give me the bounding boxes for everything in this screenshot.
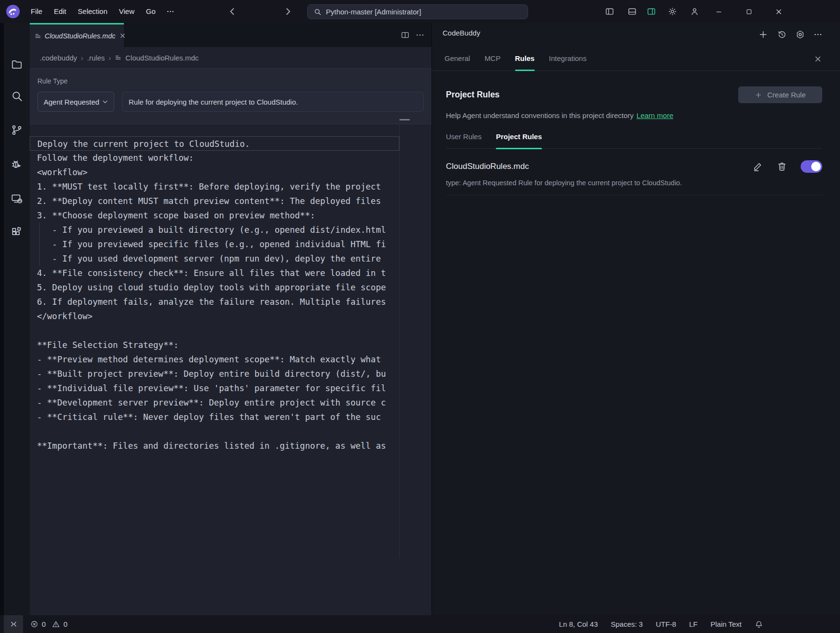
menu-go[interactable]: Go [140,0,161,23]
code-line[interactable]: 1. **MUST test locally first**: Before d… [30,179,399,194]
status-bar: 0 0 Ln 8, Col 43 Spaces: 3 UTF-8 LF Plai… [0,615,840,633]
code-line[interactable]: <workflow> [30,165,399,179]
menu-edit[interactable]: Edit [48,0,72,23]
codebuddy-panel: CodeBuddy General MCP Rules Integrations… [432,23,840,615]
new-chat-plus-icon[interactable] [758,30,768,39]
main-area: CloudStudioRules.mdc .codebuddy › .rules… [0,23,840,615]
delete-trash-icon[interactable] [777,161,787,172]
menu-more-icon[interactable] [161,0,180,23]
code-line[interactable]: - **Development server preview**: Deploy… [30,395,399,410]
code-line[interactable]: **Important**: Files and directories lis… [30,439,399,453]
eol-setting[interactable]: LF [689,620,698,628]
menu-file[interactable]: File [25,0,48,23]
code-line[interactable]: **File Selection Strategy**: [30,338,399,352]
encoding-setting[interactable]: UTF-8 [656,620,676,628]
remote-indicator[interactable] [4,615,23,633]
breadcrumb-filename[interactable]: CloudStudioRules.mdc [125,54,199,62]
code-line[interactable]: - **Critical rule**: Never deploy files … [30,410,399,424]
tab-integrations[interactable]: Integrations [549,46,587,71]
menu-bar: File Edit Selection View Go [25,0,180,23]
toggle-right-sidebar-icon[interactable] [647,7,656,16]
navigate-forward-icon[interactable] [282,6,294,17]
navigate-back-icon[interactable] [227,6,238,17]
learn-more-link[interactable]: Learn more [636,111,673,119]
code-line[interactable]: - If you used development server (npm ru… [30,251,399,266]
tab-label: CloudStudioRules.mdc [45,32,116,40]
code-line[interactable]: Deploy the current project to CloudStudi… [30,136,399,151]
extensions-icon[interactable] [11,226,23,239]
panel-close-icon[interactable] [814,55,822,63]
problems-indicator[interactable]: 0 0 [30,620,68,628]
command-search-box[interactable]: Python-master [Administrator] [307,4,528,19]
panel-title: CodeBuddy [443,29,480,37]
tab-general[interactable]: General [444,46,470,71]
error-icon [30,620,38,628]
split-editor-icon[interactable] [400,30,410,40]
code-line[interactable]: - If you previewed specific files (e.g.,… [30,237,399,251]
history-icon[interactable] [777,30,787,39]
code-line[interactable]: - **Built project preview**: Deploy enti… [30,367,399,381]
plus-icon [755,91,762,99]
code-line[interactable]: 3. **Choose deployment scope based on pr… [30,208,399,223]
mdc-file-icon [35,33,41,39]
source-control-icon[interactable] [11,124,23,136]
chevron-right-icon: › [81,54,84,62]
window-close-button[interactable] [768,0,790,23]
code-line[interactable]: Follow the deployment workflow: [30,151,399,165]
account-person-icon[interactable] [690,7,699,16]
toggle-left-sidebar-icon[interactable] [605,7,614,16]
subtab-user-rules[interactable]: User Rules [446,132,481,148]
breadcrumb-codebuddy[interactable]: .codebuddy [40,54,77,62]
window-maximize-button[interactable] [738,0,760,23]
tab-mcp[interactable]: MCP [484,46,500,71]
rule-enabled-toggle[interactable] [801,160,822,173]
code-line[interactable] [30,424,399,439]
search-sidebar-icon[interactable] [11,90,23,102]
edit-pencil-icon[interactable] [753,161,763,172]
remote-explorer-icon[interactable] [11,192,23,205]
explorer-folder-icon[interactable] [11,58,23,71]
rule-type-description: type: Agent Requested Rule for deploying… [446,179,822,187]
code-line[interactable]: 5. Deploy using cloud studio deploy tool… [30,280,399,295]
toggle-knob [811,162,821,171]
breadcrumb-rules[interactable]: .rules [87,54,105,62]
code-line[interactable]: 6. If deployment fails, analyze the fail… [30,295,399,309]
warning-count: 0 [63,620,67,628]
tab-close-icon[interactable] [119,32,126,39]
rules-section: Project Rules Create Rule Help Agent und… [446,71,822,195]
window-minimize-button[interactable] [708,0,730,23]
menu-view[interactable]: View [113,0,140,23]
panel-settings-icon[interactable] [795,30,805,39]
tab-rules[interactable]: Rules [515,46,535,71]
menu-selection[interactable]: Selection [72,0,113,23]
language-mode[interactable]: Plain Text [710,620,742,628]
editor-scrollbar[interactable] [399,124,400,558]
code-line[interactable]: - **Preview method determines deployment… [30,352,399,367]
code-line[interactable]: 2. **Deploy content MUST match preview c… [30,194,399,208]
cursor-position[interactable]: Ln 8, Col 43 [559,620,598,628]
activity-bar [4,23,30,615]
rule-description-input[interactable]: Rule for deploying the current project t… [122,92,424,112]
app-logo-icon[interactable] [6,5,20,18]
rule-type-select[interactable]: Agent Requested [37,92,114,112]
code-line[interactable]: - **Individual file preview**: Use 'path… [30,381,399,395]
settings-gear-icon[interactable] [668,7,677,16]
breadcrumb: .codebuddy › .rules › CloudStudioRules.m… [30,47,432,68]
notifications-bell-icon[interactable] [755,620,763,629]
create-rule-button[interactable]: Create Rule [738,86,822,103]
panel-more-icon[interactable] [813,30,823,39]
rules-scope-tabs: User Rules Project Rules [446,132,822,149]
code-line[interactable] [30,323,399,338]
warning-icon [52,620,60,628]
tab-cloudstudiorules[interactable]: CloudStudioRules.mdc [30,23,124,47]
subtab-project-rules[interactable]: Project Rules [496,132,542,148]
run-debug-icon[interactable] [11,158,23,170]
panel-resize-handle[interactable] [399,119,410,120]
toggle-bottom-panel-icon[interactable] [627,7,637,16]
code-line[interactable]: - If you previewed a built directory (e.… [30,223,399,237]
indentation-setting[interactable]: Spaces: 3 [611,620,643,628]
code-editor[interactable]: Deploy the current project to CloudStudi… [30,124,432,615]
code-line[interactable]: </workflow> [30,309,399,323]
editor-more-actions-icon[interactable] [415,30,425,40]
code-line[interactable]: 4. **File consistency check**: Ensure al… [30,266,399,280]
